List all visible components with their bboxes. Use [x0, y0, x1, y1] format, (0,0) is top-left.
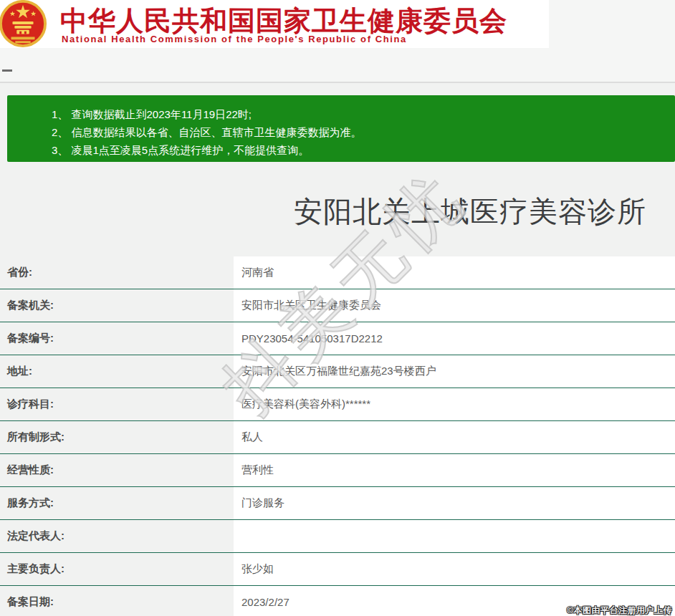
record-value: 张少如	[234, 553, 675, 585]
record-value: 安阳市北关区万福隆世纪嘉苑23号楼西户	[234, 355, 675, 388]
table-row: 所有制形式: 私人	[0, 421, 675, 454]
record-value: 安阳市北关区卫生健康委员会	[234, 289, 675, 322]
header-divider	[0, 82, 675, 83]
record-label: 备案日期:	[0, 595, 234, 609]
table-row: 服务方式: 门诊服务	[0, 487, 675, 520]
facility-title: 安阳北关上城医疗美容诊所	[294, 192, 646, 231]
record-label: 所有制形式:	[0, 430, 234, 444]
notice-line: 3、 凌晨1点至凌晨5点系统进行维护，不能提供查询。	[52, 141, 675, 159]
site-header[interactable]: 中华人民共和国国家卫生健康委员会 National Health Commiss…	[0, 0, 549, 48]
record-label: 省份:	[0, 266, 234, 279]
record-value: PDY23054-541050317D2212	[234, 322, 675, 355]
record-label: 主要负责人:	[0, 562, 234, 576]
record-label: 诊疗科目:	[0, 398, 234, 411]
record-value	[234, 520, 675, 552]
record-table: 省份: 河南省 备案机关: 安阳市北关区卫生健康委员会 备案编号: PDY230…	[0, 256, 675, 616]
table-row: 主要负责人: 张少如	[0, 553, 675, 586]
stray-dash	[2, 69, 12, 72]
table-row: 备案编号: PDY23054-541050317D2212	[0, 322, 675, 355]
table-row: 经营性质: 营利性	[0, 454, 675, 487]
record-label: 备案编号:	[0, 332, 234, 345]
table-row: 省份: 河南省	[0, 256, 675, 289]
upload-credit-label: ©本图由平台注册用户上传	[567, 605, 672, 616]
record-value: 门诊服务	[234, 487, 675, 519]
table-row: 法定代表人:	[0, 520, 675, 553]
record-label: 经营性质:	[0, 463, 234, 477]
table-row: 备案机关: 安阳市北关区卫生健康委员会	[0, 289, 675, 322]
record-value: 私人	[234, 421, 675, 453]
notice-line: 2、 信息数据结果以各省、自治区、直辖市卫生健康委数据为准。	[52, 123, 675, 141]
notice-box: 1、 查询数据截止到2023年11月19日22时; 2、 信息数据结果以各省、自…	[7, 95, 675, 162]
record-value: 营利性	[234, 454, 675, 486]
record-value: 医疗美容科(美容外科)******	[234, 388, 675, 420]
national-emblem-icon	[0, 0, 47, 49]
record-value: 河南省	[234, 256, 675, 289]
site-title-english: National Health Commission of the People…	[62, 34, 407, 44]
record-label: 服务方式:	[0, 496, 234, 510]
notice-line: 1、 查询数据截止到2023年11月19日22时;	[52, 105, 675, 123]
nhc-query-result-page: 中华人民共和国国家卫生健康委员会 National Health Commiss…	[0, 0, 675, 616]
table-row: 地址: 安阳市北关区万福隆世纪嘉苑23号楼西户	[0, 355, 675, 388]
record-label: 法定代表人:	[0, 529, 234, 543]
header-band: 中华人民共和国国家卫生健康委员会 National Health Commiss…	[0, 0, 675, 82]
record-label: 备案机关:	[0, 299, 234, 312]
table-row: 诊疗科目: 医疗美容科(美容外科)******	[0, 388, 675, 421]
record-label: 地址:	[0, 365, 234, 378]
